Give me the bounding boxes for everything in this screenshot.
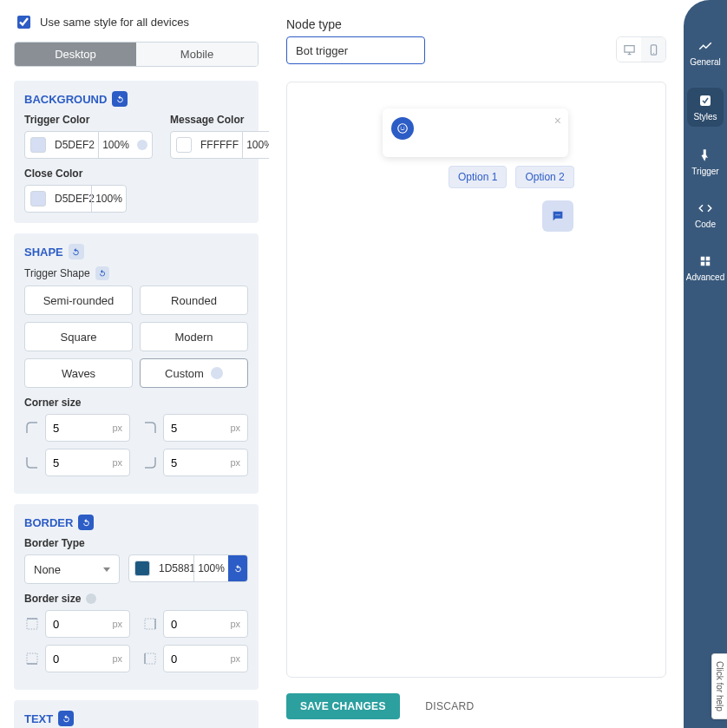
unit-px: px [223, 457, 247, 468]
corner-br-input[interactable] [164, 456, 223, 469]
svg-point-14 [555, 214, 556, 215]
close-color-label: Close Color [24, 167, 248, 180]
panel-text: TEXT Title Text Lato [14, 700, 259, 728]
unit-px: px [223, 653, 247, 664]
corner-tl-icon [24, 420, 40, 436]
shape-custom[interactable]: Custom [140, 358, 248, 388]
info-icon[interactable] [86, 594, 96, 604]
option-1-button[interactable]: Option 1 [449, 166, 507, 188]
sidebar-item-trigger[interactable]: Trigger [684, 144, 727, 180]
close-color-hex[interactable]: D5DEF2 [51, 193, 91, 205]
shape-custom-help-icon[interactable] [211, 367, 223, 379]
chat-message-bubble: × [383, 108, 568, 157]
trigger-color-pct[interactable]: 100% [98, 132, 133, 158]
help-tab[interactable]: Click for help [711, 653, 727, 719]
border-right-icon [142, 616, 158, 632]
svg-point-16 [559, 214, 560, 215]
close-icon[interactable]: × [554, 114, 561, 128]
shape-custom-label: Custom [165, 367, 204, 380]
svg-rect-2 [145, 619, 155, 629]
svg-point-13 [403, 127, 404, 128]
border-color-pct[interactable]: 100% [193, 555, 228, 581]
sidebar-label-styles: Styles [693, 112, 717, 121]
trigger-color-help-icon[interactable] [133, 132, 152, 158]
svg-rect-0 [27, 619, 37, 629]
shape-semi-rounded[interactable]: Semi-rounded [24, 285, 133, 315]
preview-desktop-button[interactable] [617, 37, 641, 62]
corner-tr-input[interactable] [164, 422, 223, 435]
tab-mobile[interactable]: Mobile [136, 43, 258, 66]
shape-square[interactable]: Square [24, 322, 133, 351]
bot-avatar-icon [391, 117, 414, 140]
message-color-hex[interactable]: FFFFFF [197, 139, 242, 151]
use-same-style-input[interactable] [17, 16, 30, 29]
message-color-pct[interactable]: 100% [242, 132, 269, 158]
corner-tr-icon [142, 420, 158, 436]
right-sidebar: General Styles Trigger Code Advanced [684, 0, 727, 728]
unit-px: px [223, 619, 247, 629]
close-color-field[interactable]: D5DEF2 100% [24, 185, 127, 213]
trigger-color-hex[interactable]: D5DEF2 [51, 139, 98, 151]
close-color-pct[interactable]: 100% [91, 186, 126, 212]
unit-px: px [105, 653, 129, 664]
panel-shape: SHAPE Trigger Shape Semi-rounded Rounded… [14, 233, 259, 494]
sidebar-item-code[interactable]: Code [684, 197, 727, 233]
svg-rect-4 [27, 653, 37, 664]
border-reset-icon[interactable] [78, 515, 94, 530]
corner-tl-input[interactable] [46, 422, 105, 435]
discard-button[interactable]: DISCARD [420, 699, 479, 713]
message-color-field[interactable]: FFFFFF 100% [170, 131, 269, 159]
message-color-swatch[interactable] [176, 137, 192, 153]
option-2-button[interactable]: Option 2 [515, 166, 573, 188]
border-color-hex[interactable]: 1D5881 [155, 562, 193, 574]
border-type-label: Border Type [24, 537, 248, 549]
border-color-field[interactable]: 1D5881 100% [128, 554, 248, 582]
svg-rect-21 [706, 262, 711, 266]
corner-size-label: Corner size [24, 397, 248, 409]
border-left-icon [142, 651, 158, 666]
trigger-color-swatch[interactable] [30, 137, 46, 153]
border-right-input[interactable] [164, 618, 223, 631]
border-color-reset-icon[interactable] [228, 555, 247, 581]
shape-waves[interactable]: Waves [24, 358, 133, 388]
preview-canvas: × Option 1 Option 2 [286, 82, 666, 678]
node-type-select[interactable]: Bot trigger [286, 36, 425, 64]
preview-device-toggle [616, 36, 666, 62]
node-type-value: Bot trigger [296, 44, 348, 57]
corner-br-icon [142, 455, 158, 470]
trigger-shape-reset-icon[interactable] [95, 266, 109, 280]
background-reset-icon[interactable] [112, 91, 128, 107]
unit-px: px [105, 619, 129, 629]
device-tabs: Desktop Mobile [14, 42, 259, 67]
unit-px: px [105, 457, 129, 468]
trigger-color-label: Trigger Color [24, 114, 153, 126]
sidebar-item-advanced[interactable]: Advanced [684, 250, 727, 285]
close-color-swatch[interactable] [30, 191, 46, 207]
corner-bl-icon [24, 455, 40, 470]
border-title: BORDER [24, 516, 73, 529]
sidebar-item-general[interactable]: General [684, 35, 727, 70]
svg-rect-6 [145, 653, 155, 664]
sidebar-item-styles[interactable]: Styles [687, 88, 724, 127]
use-same-style-checkbox[interactable]: Use same style for all devices [14, 13, 259, 31]
svg-point-11 [398, 124, 406, 132]
chat-trigger-button[interactable] [542, 200, 573, 232]
svg-rect-19 [706, 257, 711, 261]
border-bottom-input[interactable] [46, 653, 105, 666]
border-size-label: Border size [24, 593, 81, 605]
border-top-input[interactable] [46, 618, 105, 631]
preview-mobile-button[interactable] [641, 37, 665, 62]
border-type-select[interactable]: None [24, 554, 120, 584]
shape-rounded[interactable]: Rounded [140, 285, 248, 315]
panel-background: BACKGROUND Trigger Color D5DEF2 100% M [14, 81, 259, 223]
corner-bl-input[interactable] [46, 456, 105, 469]
text-title: TEXT [24, 712, 53, 725]
border-color-swatch[interactable] [134, 561, 150, 576]
shape-modern[interactable]: Modern [140, 322, 248, 351]
trigger-color-field[interactable]: D5DEF2 100% [24, 131, 153, 159]
shape-reset-icon[interactable] [69, 244, 84, 259]
save-button[interactable]: SAVE CHANGES [286, 693, 400, 719]
tab-desktop[interactable]: Desktop [15, 43, 136, 66]
text-reset-icon[interactable] [58, 711, 74, 726]
border-left-input[interactable] [164, 653, 223, 666]
